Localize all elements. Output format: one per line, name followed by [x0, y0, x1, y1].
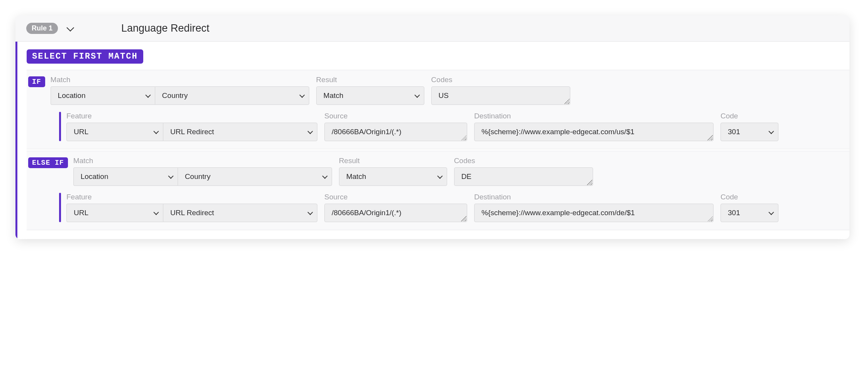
chevron-down-icon	[322, 174, 327, 179]
feature-section: Feature URL URL Redirect	[28, 193, 843, 222]
chevron-down-icon	[66, 24, 74, 31]
resize-grip-icon	[707, 216, 713, 221]
chevron-down-icon	[768, 210, 774, 215]
select-match-subcategory[interactable]: Country	[155, 86, 309, 105]
chevron-down-icon	[414, 93, 420, 98]
label-feature: Feature	[66, 112, 317, 120]
chevron-down-icon	[299, 93, 305, 98]
resize-grip-icon	[461, 135, 466, 140]
condition-block: ELSE IF Match Location Country	[27, 151, 849, 230]
resize-grip-icon	[587, 180, 592, 185]
condition-block: IF Match Location Country	[27, 70, 849, 149]
select-feature-category[interactable]: URL	[66, 123, 163, 141]
label-destination: Destination	[474, 112, 714, 120]
section-tag: SELECT FIRST MATCH	[27, 49, 143, 64]
condition-row: IF Match Location Country	[28, 76, 843, 105]
feature-bar	[59, 193, 61, 222]
select-feature-subcategory[interactable]: URL Redirect	[163, 204, 317, 222]
label-match: Match	[51, 76, 309, 84]
label-match: Match	[73, 157, 332, 165]
chevron-down-icon	[153, 210, 159, 215]
chevron-down-icon	[768, 129, 774, 134]
input-destination[interactable]: %{scheme}://www.example-edgecat.com/de/$…	[474, 204, 714, 222]
select-match-category[interactable]: Location	[51, 86, 155, 105]
feature-section: Feature URL URL Redirect	[28, 112, 843, 141]
input-source[interactable]: /80666BA/Origin1/(.*)	[324, 204, 467, 222]
input-codes[interactable]: US	[431, 86, 570, 105]
label-code: Code	[721, 193, 778, 201]
rule-expand-toggle[interactable]	[64, 23, 75, 34]
rule-body: SELECT FIRST MATCH IF Match Location	[15, 42, 849, 239]
select-feature-category[interactable]: URL	[66, 204, 163, 222]
select-code[interactable]: 301	[721, 204, 778, 222]
resize-grip-icon	[461, 216, 466, 221]
label-feature: Feature	[66, 193, 317, 201]
chevron-down-icon	[153, 129, 159, 134]
condition-chip-elseif: ELSE IF	[28, 157, 68, 168]
rule-badge: Rule 1	[26, 23, 58, 34]
select-match-subcategory[interactable]: Country	[178, 167, 332, 186]
input-source[interactable]: /80666BA/Origin1/(.*)	[324, 123, 467, 141]
select-feature-subcategory[interactable]: URL Redirect	[163, 123, 317, 141]
rule-card: Rule 1 Language Redirect SELECT FIRST MA…	[15, 15, 849, 239]
rule-header: Rule 1 Language Redirect	[15, 15, 849, 42]
chevron-down-icon	[307, 210, 313, 215]
select-result[interactable]: Match	[339, 167, 447, 186]
chevron-down-icon	[145, 93, 151, 98]
label-source: Source	[324, 112, 467, 120]
chevron-down-icon	[307, 129, 313, 134]
condition-chip-if: IF	[28, 76, 45, 87]
resize-grip-icon	[707, 135, 713, 140]
feature-bar	[59, 112, 61, 141]
label-result: Result	[339, 157, 447, 165]
label-codes: Codes	[454, 157, 593, 165]
label-codes: Codes	[431, 76, 570, 84]
chevron-down-icon	[168, 174, 173, 179]
label-destination: Destination	[474, 193, 714, 201]
input-destination[interactable]: %{scheme}://www.example-edgecat.com/us/$…	[474, 123, 714, 141]
resize-grip-icon	[564, 99, 570, 104]
chevron-down-icon	[437, 174, 442, 179]
select-match-category[interactable]: Location	[73, 167, 178, 186]
label-result: Result	[316, 76, 424, 84]
label-source: Source	[324, 193, 467, 201]
input-codes[interactable]: DE	[454, 167, 593, 186]
condition-row: ELSE IF Match Location Country	[28, 157, 843, 186]
rule-title: Language Redirect	[121, 22, 209, 34]
select-result[interactable]: Match	[316, 86, 424, 105]
select-code[interactable]: 301	[721, 123, 778, 141]
label-code: Code	[721, 112, 778, 120]
